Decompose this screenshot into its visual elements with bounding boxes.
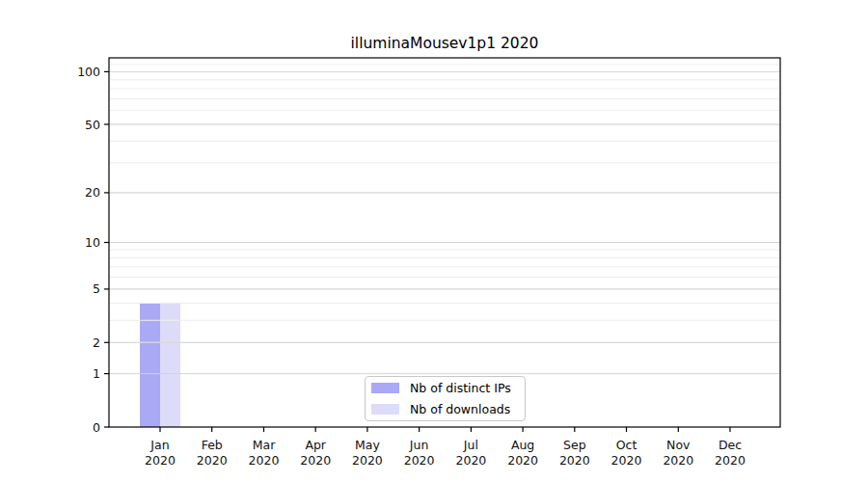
x-tick-label-month: Jun bbox=[409, 438, 429, 452]
legend: Nb of distinct IPs Nb of downloads bbox=[365, 376, 526, 421]
x-tick-label-month: Apr bbox=[305, 438, 326, 452]
y-tick-label: 5 bbox=[93, 281, 100, 296]
x-tick-label-month: Sep bbox=[563, 438, 586, 452]
x-tick-label-year: 2020 bbox=[352, 453, 383, 468]
y-tick-label: 100 bbox=[77, 65, 100, 79]
x-tick-label-year: 2020 bbox=[249, 453, 280, 468]
x-tick-label-month: Jan bbox=[149, 438, 169, 452]
x-tick-label-month: May bbox=[355, 438, 380, 452]
x-tick-label-year: 2020 bbox=[663, 453, 693, 468]
x-tick-label-year: 2020 bbox=[145, 453, 176, 468]
legend-label-downloads: Nb of downloads bbox=[410, 402, 510, 416]
chart-figure: illuminaMousev1p1 2020 0125102050100Jan2… bbox=[0, 0, 868, 482]
legend-label-distinct-ips: Nb of distinct IPs bbox=[410, 381, 511, 395]
x-tick-label-year: 2020 bbox=[197, 453, 228, 468]
legend-item-downloads: Nb of downloads bbox=[371, 402, 525, 416]
y-tick-label: 0 bbox=[93, 420, 100, 435]
x-tick-label-year: 2020 bbox=[715, 453, 746, 468]
x-tick-label-month: Aug bbox=[511, 438, 534, 452]
legend-swatch-downloads bbox=[371, 404, 399, 415]
y-tick-label: 10 bbox=[85, 235, 100, 250]
x-tick-label-year: 2020 bbox=[559, 453, 590, 468]
x-tick-label-year: 2020 bbox=[300, 453, 331, 468]
x-tick-label-year: 2020 bbox=[611, 453, 642, 468]
x-tick-label-year: 2020 bbox=[404, 453, 435, 468]
x-tick-label-year: 2020 bbox=[507, 453, 538, 468]
y-tick-label: 1 bbox=[93, 366, 100, 381]
y-tick-label: 2 bbox=[93, 335, 100, 350]
x-tick-label-month: Feb bbox=[202, 438, 223, 452]
bar-jan-series0 bbox=[140, 304, 160, 428]
legend-item-distinct-ips: Nb of distinct IPs bbox=[371, 381, 525, 395]
x-tick-label-month: Jul bbox=[463, 438, 478, 452]
y-tick-label: 50 bbox=[85, 118, 100, 132]
y-tick-label: 20 bbox=[85, 185, 100, 200]
x-tick-label-month: Oct bbox=[616, 438, 637, 452]
x-tick-label-month: Nov bbox=[666, 438, 691, 452]
x-tick-label-month: Dec bbox=[719, 438, 742, 452]
x-tick-label-year: 2020 bbox=[455, 453, 486, 468]
legend-swatch-distinct-ips bbox=[371, 383, 399, 393]
x-tick-label-month: Mar bbox=[253, 438, 276, 452]
bar-jan-series1 bbox=[160, 304, 180, 428]
